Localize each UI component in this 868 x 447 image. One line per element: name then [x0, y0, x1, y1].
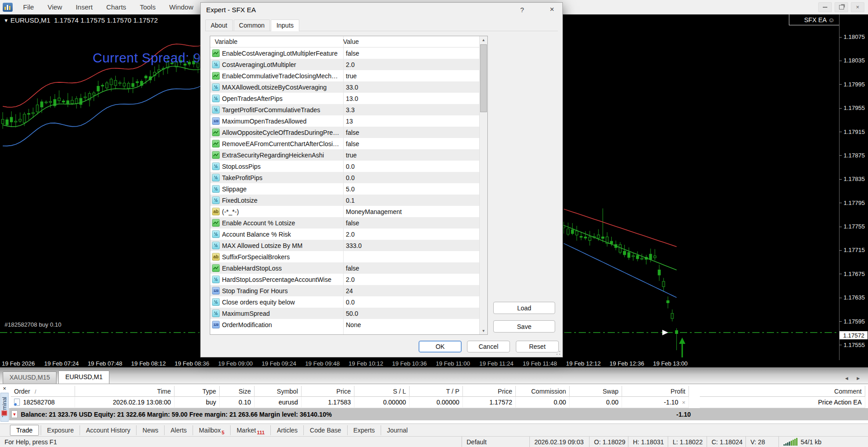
param-value[interactable]: false [341, 140, 359, 147]
param-row[interactable]: ½TargetProfitForCommulativeTrades3.3 [210, 104, 487, 115]
param-value[interactable]: None [341, 321, 361, 328]
ok-button[interactable]: OK [419, 341, 462, 352]
param-row[interactable]: ½CostAveragingLotMultipler2.0 [210, 59, 487, 70]
terminal-tab-mailbox[interactable]: Mailbox5 [193, 425, 230, 435]
param-row[interactable]: ½StopLossPips0.0 [210, 161, 487, 172]
menu-item-insert[interactable]: Insert [69, 0, 99, 14]
order-cell-order[interactable]: 182582708 [11, 397, 75, 408]
close-button[interactable]: × [851, 2, 864, 12]
order-cell-size[interactable]: 0.10 [220, 397, 255, 408]
menu-item-tools[interactable]: Tools [133, 0, 162, 14]
menu-item-window[interactable]: Window [162, 0, 200, 14]
param-value[interactable]: MoneyManagement [341, 208, 402, 215]
order-cell-type[interactable]: buy [175, 397, 220, 408]
terminal-tab-journal[interactable]: Journal [381, 425, 414, 435]
dialog-help-button[interactable]: ? [515, 4, 529, 15]
terminal-vertical-tab[interactable]: Terminal [0, 393, 9, 422]
param-row[interactable]: ½TakeProfitPips0.0 [210, 172, 487, 183]
menu-item-view[interactable]: View [41, 0, 69, 14]
terminal-close-button[interactable]: × [1, 385, 8, 392]
restore-button[interactable] [835, 2, 848, 12]
param-value[interactable]: true [341, 152, 357, 159]
param-value[interactable]: 333.0 [341, 242, 362, 249]
order-cell-sl[interactable]: 0.00000 [354, 397, 410, 408]
tab-inputs[interactable]: Inputs [271, 19, 299, 31]
order-cell-price2[interactable]: 1.17572 [463, 397, 516, 408]
param-row[interactable]: ½HardStopLossPercentageAccountWise2.0 [210, 274, 487, 285]
order-cell-time[interactable]: 2026.02.19 13:08:00 [75, 397, 175, 408]
reset-button[interactable]: Reset [516, 341, 559, 352]
order-cell-symbol[interactable]: eurusd [255, 397, 302, 408]
terminal-tab-news[interactable]: News [136, 425, 164, 435]
param-row[interactable]: EnableHardStopLossfalse [210, 262, 487, 274]
param-row[interactable]: ab(-*_*-)MoneyManagement [210, 206, 487, 217]
order-cell-comment[interactable]: Price Action EA [700, 397, 865, 408]
param-row[interactable]: RemoveEAFromCurrentChartAfterClosing...f… [210, 138, 487, 149]
order-cell-swap[interactable]: 0.00 [570, 397, 622, 408]
cancel-button[interactable]: Cancel [467, 341, 510, 352]
order-cell-price[interactable]: 1.17583 [302, 397, 354, 408]
scroll-up-icon[interactable]: ▲ [480, 36, 487, 43]
symbol-dropdown-icon[interactable]: ▼ [4, 18, 9, 23]
minimize-button[interactable] [818, 2, 832, 12]
time-axis[interactable]: 19 Feb 202619 Feb 07:2419 Feb 07:4819 Fe… [0, 360, 839, 367]
scroll-down-icon[interactable]: ▼ [480, 327, 487, 334]
time-tick: 19 Feb 11:00 [436, 360, 470, 367]
int-param-icon: 123 [212, 117, 220, 125]
terminal-tab-exposure[interactable]: Exposure [41, 425, 80, 435]
terminal-tab-account-history[interactable]: Account History [80, 425, 136, 435]
save-button[interactable]: Save [493, 320, 555, 333]
param-value[interactable]: false [341, 50, 359, 57]
param-value[interactable]: 33.0 [341, 84, 358, 91]
menu-item-charts[interactable]: Charts [99, 0, 133, 14]
chart-tab-eurusd-m1[interactable]: EURUSD,M1 [58, 371, 109, 384]
param-row[interactable]: ½FixedLotsize0.1 [210, 195, 487, 206]
close-position-button[interactable]: × [682, 399, 685, 406]
param-row[interactable]: ½OpenTradesAfterPips13.0 [210, 93, 487, 104]
param-row[interactable]: abSuffixForSpecialBrokers [210, 251, 487, 262]
order-cell-profit[interactable]: -1.10× [622, 397, 689, 408]
terminal-tab-trade[interactable]: Trade [10, 425, 39, 436]
terminal-tab-market[interactable]: Market111 [230, 425, 270, 435]
param-row[interactable]: ½MAXAllowedLotsizeByCostAveraging33.0 [210, 81, 487, 93]
param-value[interactable]: true [341, 72, 357, 80]
param-row[interactable]: ½MAX Allowed Lotsize By MM333.0 [210, 240, 487, 251]
price-axis[interactable]: 1.180751.180351.179951.179551.179151.178… [839, 14, 868, 360]
param-row[interactable]: EnableCommulativeTradeClosingMechan...tr… [210, 70, 487, 81]
param-value[interactable]: 13.0 [341, 95, 358, 102]
param-name: MAX Allowed Lotsize By MM [222, 242, 341, 249]
param-row[interactable]: EnableCostAveragingLotMultiplerFeaturefa… [210, 48, 487, 59]
param-value[interactable]: false [341, 219, 359, 227]
resize-grip[interactable] [556, 350, 561, 356]
order-cell-commission[interactable]: 0.00 [516, 397, 570, 408]
param-row[interactable]: 123OrderModificationNone [210, 319, 487, 330]
param-row[interactable]: ½MaximumSpread50.0 [210, 308, 487, 319]
param-row[interactable]: 123MaximumOpenTradesAllowed13 [210, 115, 487, 127]
order-cell-tp[interactable]: 0.00000 [410, 397, 463, 408]
chart-tab-xauusd-m15[interactable]: XAUUSD,M15 [3, 371, 57, 384]
param-row[interactable]: 123Stop Trading For Hours24 [210, 285, 487, 296]
dialog-title-bar[interactable]: Expert - SFX EA [201, 3, 562, 16]
terminal-tab-alerts[interactable]: Alerts [164, 425, 193, 435]
tab-scroll-arrows[interactable]: ◄ ► [844, 376, 868, 384]
tab-about[interactable]: About [205, 19, 233, 31]
param-row[interactable]: ½Close orders equity below0.0 [210, 296, 487, 308]
time-tick: 19 Feb 07:48 [88, 360, 123, 367]
dialog-close-button[interactable]: × [545, 4, 559, 15]
terminal-tab-experts[interactable]: Experts [347, 425, 381, 435]
param-row[interactable]: AllowOppositeCycleOfTradesDuringPrevi...… [210, 127, 487, 138]
param-value[interactable]: false [341, 129, 359, 136]
param-value[interactable]: false [341, 265, 359, 272]
scrollbar-thumb[interactable] [480, 44, 487, 112]
param-value[interactable]: 50.0 [341, 310, 358, 317]
tab-common[interactable]: Common [234, 19, 270, 31]
menu-item-file[interactable]: File [16, 0, 41, 14]
param-row[interactable]: ExtraSecurityRegardingHeickenAshitrue [210, 149, 487, 161]
param-row[interactable]: ½Account Balance % Risk2.0 [210, 228, 487, 240]
load-button[interactable]: Load [493, 302, 555, 314]
inputs-scrollbar[interactable]: ▲ ▼ [479, 36, 487, 334]
param-row[interactable]: ½Slippage5.0 [210, 183, 487, 195]
param-row[interactable]: Enable Account % Lotsizefalse [210, 217, 487, 228]
terminal-tab-articles[interactable]: Articles [270, 425, 303, 435]
terminal-tab-code-base[interactable]: Code Base [303, 425, 347, 435]
